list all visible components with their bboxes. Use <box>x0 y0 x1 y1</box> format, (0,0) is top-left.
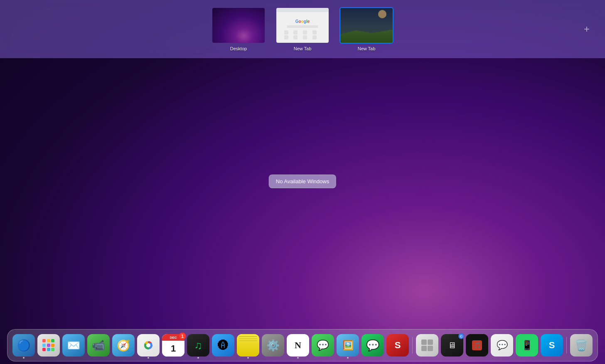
dock-whatsapp2[interactable]: 📱 <box>516 334 538 357</box>
dock-facetime[interactable]: 📹 <box>87 334 110 357</box>
space-newtab2[interactable]: New Tab <box>339 7 393 51</box>
dock-divider <box>412 337 413 354</box>
dock-trash[interactable]: 🗑️ <box>570 334 593 357</box>
space-desktop-label: Desktop <box>230 46 247 51</box>
space-newtab1[interactable]: Google New Tab <box>275 7 330 51</box>
dock-safari[interactable]: 🧭 <box>112 334 135 357</box>
dock-messages[interactable]: 💬 <box>491 334 513 357</box>
dock-whatsapp[interactable]: 💬 <box>362 334 384 357</box>
dock-appstore[interactable]: 🅐 <box>212 334 234 357</box>
dock-divider-2 <box>566 337 567 354</box>
no-available-windows-tooltip: No Available Windows <box>269 175 336 188</box>
dock-wps[interactable]: S <box>386 334 409 357</box>
dock-speeko[interactable]: 💬 <box>312 334 334 357</box>
dock-chrome[interactable] <box>137 334 160 357</box>
dock-calendar[interactable]: DEC 1 1 <box>162 334 184 357</box>
dock: 🔵 ✉️ 📹 🧭 <box>7 329 598 362</box>
dock-preview[interactable]: 🖼️ <box>337 334 359 357</box>
dock-finder[interactable]: 🔵 <box>12 334 35 357</box>
dock-spotify[interactable]: ♫ <box>187 334 209 357</box>
dock-skype[interactable]: S <box>541 334 563 357</box>
dock-notion[interactable]: N <box>287 334 309 357</box>
dock-mission-control[interactable] <box>416 334 438 357</box>
dock-notes[interactable] <box>237 334 259 357</box>
dock-system-preferences[interactable]: ⚙️ <box>262 334 284 357</box>
add-space-button[interactable]: + <box>581 23 593 35</box>
svg-point-1 <box>146 343 150 347</box>
dock-spotify-mini[interactable]: 🎵 <box>466 334 488 357</box>
mission-control-bar: Desktop Google <box>0 0 605 58</box>
dock-screen[interactable]: 🖥 C <box>441 334 463 357</box>
space-newtab1-label: New Tab <box>294 46 312 51</box>
space-newtab2-label: New Tab <box>358 46 376 51</box>
space-desktop[interactable]: Desktop <box>212 7 266 51</box>
desktop: Desktop Google <box>0 0 605 364</box>
dock-mail[interactable]: ✉️ <box>62 334 85 357</box>
dock-launchpad[interactable] <box>37 334 60 357</box>
